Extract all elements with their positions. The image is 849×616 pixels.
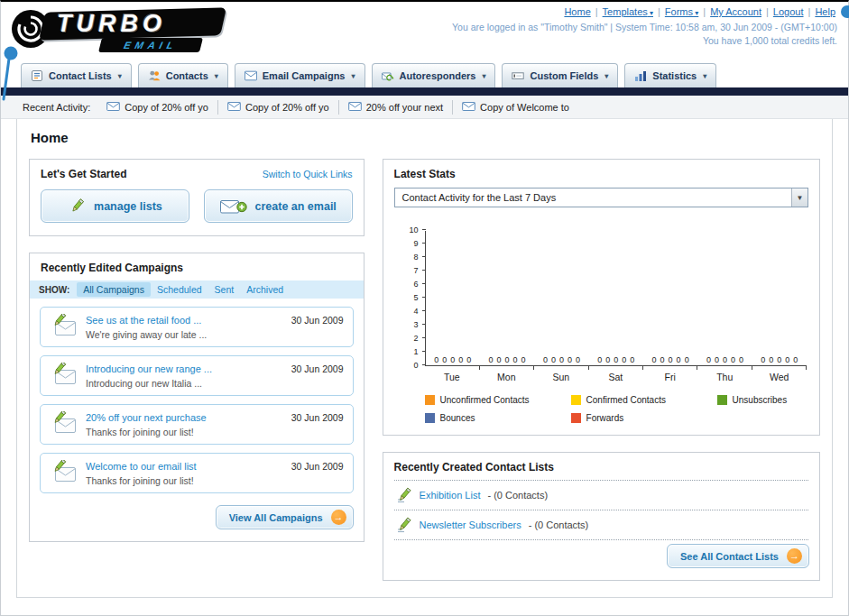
chart-value-label: 0 [551, 355, 556, 364]
chart-value-labels: 00000 [643, 355, 697, 364]
chart-value-label: 0 [685, 355, 689, 364]
see-all-contact-lists-button[interactable]: See All Contact Lists → [667, 544, 809, 568]
manage-lists-button[interactable]: manage lists [41, 189, 189, 223]
y-axis-tick-label: 8 [402, 253, 419, 262]
legend-label: Confirmed Contacts [586, 395, 666, 405]
chart-value-label: 0 [513, 355, 518, 364]
recently-edited-campaigns-panel: Recently Edited Campaigns SHOW: All Camp… [29, 253, 365, 542]
campaign-list-item[interactable]: Welcome to our email listThanks for join… [40, 453, 354, 493]
nav-tab-custom-fields[interactable]: Custom Fields▾ [502, 63, 618, 87]
campaign-filter-tab-archived[interactable]: Archived [240, 282, 290, 297]
chevron-down-icon: ▾ [482, 72, 485, 80]
pencil-card-icon [396, 517, 412, 533]
chart-value-label: 0 [568, 355, 572, 364]
main-content-frame: Home Let's Get Started Switch to Quick L… [16, 119, 833, 598]
contact-list-name-link[interactable]: Exhibition List [420, 490, 481, 501]
contact-lists-icon [31, 69, 43, 82]
orange-arrow-icon: → [787, 548, 802, 564]
campaign-date: 30 Jun 2009 [291, 460, 344, 472]
x-axis-label-thu: Thu [697, 372, 752, 382]
left-column: Let's Get Started Switch to Quick Links [29, 159, 365, 542]
top-nav-link-logout[interactable]: Logout [773, 6, 804, 17]
get-started-buttons: manage lists [30, 187, 364, 235]
nav-tab-label: Custom Fields [530, 70, 598, 81]
chart-value-labels: 00000 [426, 355, 480, 364]
contact-list-name-link[interactable]: Newsletter Subscribers [420, 519, 521, 530]
chart-value-label: 0 [614, 355, 618, 364]
campaign-envelope-pencil-icon [50, 411, 77, 434]
top-nav-link-forms[interactable]: Forms ▾ [665, 6, 698, 17]
chart-value-label: 0 [669, 355, 673, 364]
app-logo[interactable]: TURBO EMAIL [10, 5, 263, 57]
dropdown-arrow-icon: ▾ [648, 9, 653, 17]
nav-separator: | [703, 6, 706, 17]
orange-arrow-icon: → [331, 510, 346, 525]
legend-swatch [571, 395, 581, 405]
recent-activity-bar: Recent Activity: Copy of 20% off yoCopy … [1, 96, 848, 119]
x-axis-label-sat: Sat [588, 372, 642, 382]
stats-filter-select[interactable]: Contact Activity for the Last 7 Days ▼ [394, 188, 808, 207]
recent-activity-item[interactable]: Copy of Welcome to [453, 100, 578, 115]
y-axis-tick-mark [422, 229, 426, 230]
campaigns-panel-title: Recently Edited Campaigns [41, 262, 183, 274]
recent-activity-item[interactable]: 20% off your next [339, 100, 453, 115]
y-axis-tick-label: 5 [402, 293, 419, 302]
top-nav-link-templates[interactable]: Templates ▾ [603, 6, 653, 17]
y-axis-tick-label: 0 [402, 361, 419, 370]
chart-value-label: 0 [605, 355, 610, 364]
campaign-filter-tab-scheduled[interactable]: Scheduled [151, 282, 208, 297]
x-axis-label-fri: Fri [643, 372, 697, 382]
chart-category-group-mon: 00000 [480, 231, 534, 365]
recent-activity-item-label: Copy of Welcome to [480, 102, 569, 113]
campaign-filter-tab-all-campaigns[interactable]: All Campaigns [77, 282, 151, 297]
campaign-envelope-pencil-icon [50, 460, 77, 483]
legend-item-unsubscribes: Unsubscribes [717, 395, 812, 405]
campaign-title-link[interactable]: Welcome to our email list [86, 461, 282, 472]
recent-activity-item[interactable]: Copy of 20% off yo [97, 100, 218, 115]
chart-value-labels: 00000 [752, 355, 807, 364]
view-all-campaigns-button[interactable]: View All Campaigns → [216, 505, 354, 529]
chart-category-group-wed: 00000 [752, 231, 807, 365]
chart-value-label: 0 [442, 355, 447, 364]
campaign-title-link[interactable]: 20% off your next purchase [86, 412, 282, 423]
nav-tab-autoresponders[interactable]: Autoresponders▾ [372, 63, 496, 87]
nav-tab-contact-lists[interactable]: Contact Lists▾ [21, 63, 132, 87]
chevron-down-icon: ▾ [703, 72, 706, 80]
campaign-title-link[interactable]: See us at the retail food ... [86, 315, 282, 326]
campaign-filter-tab-sent[interactable]: Sent [208, 282, 241, 297]
create-email-button[interactable]: create an email [204, 189, 353, 223]
nav-tab-contacts[interactable]: Contacts▾ [138, 63, 228, 87]
contact-list-item[interactable]: Newsletter Subscribers- (0 Contacts) [394, 510, 808, 540]
campaign-list-item[interactable]: Introducing our new range ...Introducing… [40, 355, 354, 396]
chart-legend: Unconfirmed ContactsConfirmed ContactsUn… [383, 382, 819, 435]
nav-tab-statistics[interactable]: Statistics▾ [624, 63, 716, 87]
chart-value-label: 0 [785, 355, 789, 364]
recent-activity-item[interactable]: Copy of 20% off yo [218, 100, 339, 115]
y-axis-tick-label: 2 [402, 334, 419, 343]
chevron-down-icon: ▾ [215, 72, 218, 80]
campaign-title-link[interactable]: Introducing our new range ... [86, 363, 282, 374]
top-nav-link-home[interactable]: Home [564, 6, 590, 17]
nav-separator: | [766, 6, 769, 17]
nav-tab-email-campaigns[interactable]: Email Campaigns▾ [235, 63, 365, 87]
nav-tab-label: Autoresponders [400, 70, 476, 81]
contact-list-item[interactable]: Exhibition List- (0 Contacts) [394, 481, 808, 510]
contact-list-count: - (0 Contacts) [529, 519, 589, 530]
chart-category-group-sat: 00000 [589, 231, 643, 365]
top-nav-link-help[interactable]: Help [815, 6, 835, 17]
campaign-list-item[interactable]: See us at the retail food ...We're givin… [40, 307, 354, 347]
campaign-list-item[interactable]: 20% off your next purchaseThanks for joi… [40, 404, 354, 445]
nav-separator: | [595, 6, 598, 17]
legend-item-confirmed-contacts: Confirmed Contacts [571, 395, 717, 405]
y-axis-tick-label: 6 [402, 280, 419, 289]
chart-value-labels: 00000 [480, 355, 534, 364]
select-dropdown-arrow-icon: ▼ [791, 188, 807, 207]
x-axis-label-sun: Sun [534, 372, 588, 382]
nav-divider-bar [1, 87, 848, 96]
y-axis-tick-label: 3 [402, 320, 419, 329]
show-label: SHOW: [39, 285, 69, 295]
chart-value-label: 0 [434, 355, 438, 364]
switch-to-quick-links-link[interactable]: Switch to Quick Links [263, 169, 353, 179]
top-nav-link-my-account[interactable]: My Account [710, 6, 761, 17]
chart-value-labels: 00000 [697, 355, 752, 364]
